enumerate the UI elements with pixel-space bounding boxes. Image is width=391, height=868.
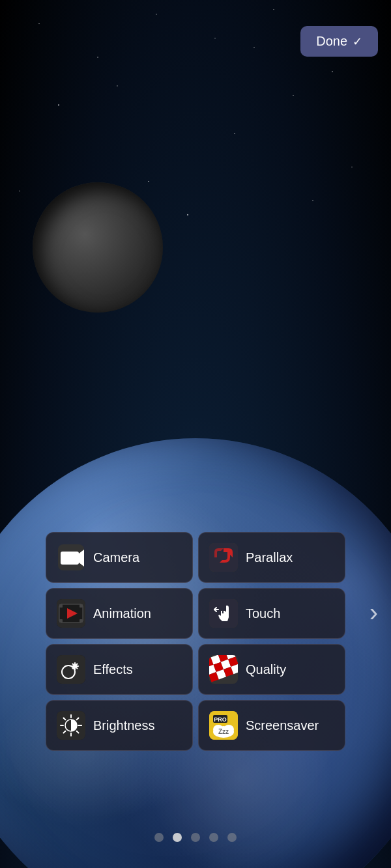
done-label: Done [316, 34, 347, 49]
effects-icon [57, 655, 85, 684]
svg-rect-7 [59, 604, 63, 608]
touch-button[interactable]: Touch [198, 588, 345, 639]
dot-4[interactable] [209, 833, 218, 842]
quality-button[interactable]: Quality [198, 644, 345, 695]
brightness-label: Brightness [93, 718, 155, 733]
svg-rect-13 [57, 655, 85, 684]
parallax-button[interactable]: Parallax [198, 532, 345, 583]
page-dots [154, 833, 237, 842]
effects-button[interactable]: Effects [46, 644, 193, 695]
animation-button[interactable]: Animation [46, 588, 193, 639]
camera-label: Camera [93, 550, 139, 565]
touch-icon [209, 599, 238, 628]
svg-rect-8 [59, 619, 63, 623]
done-button[interactable]: Done ✓ [300, 26, 378, 57]
svg-rect-9 [80, 604, 83, 608]
next-arrow[interactable]: › [369, 598, 378, 627]
brightness-button[interactable]: Brightness [46, 700, 193, 751]
svg-rect-10 [80, 619, 83, 623]
camera-icon [57, 543, 85, 572]
screensaver-label: Screensaver [246, 718, 319, 733]
menu-grid: Camera Parallax [46, 532, 345, 751]
svg-rect-3 [209, 543, 238, 572]
brightness-icon [57, 711, 85, 740]
dot-1[interactable] [154, 833, 164, 842]
parallax-icon [209, 543, 238, 572]
screensaver-button[interactable]: PRO Zzz Screensaver [198, 700, 345, 751]
quality-icon [209, 655, 238, 684]
svg-rect-1 [61, 552, 79, 565]
dot-5[interactable] [227, 833, 237, 842]
dot-3[interactable] [191, 833, 200, 842]
svg-text:PRO: PRO [214, 716, 227, 723]
animation-icon [57, 599, 85, 628]
moon-decoration [33, 182, 163, 313]
dot-2[interactable] [173, 833, 182, 842]
effects-label: Effects [93, 662, 133, 677]
done-checkmark: ✓ [353, 35, 362, 49]
parallax-label: Parallax [246, 550, 293, 565]
animation-label: Animation [93, 606, 151, 621]
touch-label: Touch [246, 606, 280, 621]
camera-button[interactable]: Camera [46, 532, 193, 583]
quality-label: Quality [246, 662, 286, 677]
svg-text:Zzz: Zzz [218, 728, 229, 735]
screensaver-icon: PRO Zzz [209, 711, 238, 740]
